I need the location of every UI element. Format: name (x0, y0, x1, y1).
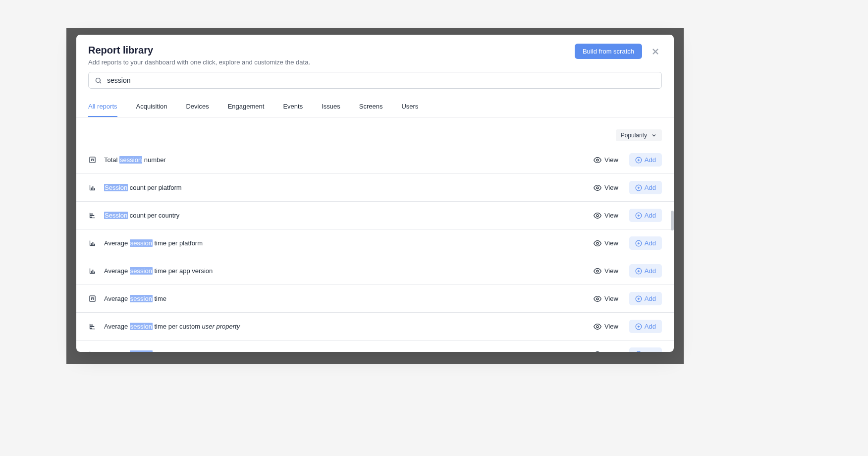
eye-icon (594, 212, 601, 220)
svg-point-14 (597, 187, 598, 189)
svg-rect-52 (90, 325, 93, 326)
report-row: Total session numberViewAdd (76, 146, 674, 174)
tab-engagement[interactable]: Engagement (228, 97, 265, 117)
view-label: View (604, 239, 618, 247)
view-label: View (604, 184, 618, 191)
view-label: View (604, 267, 618, 275)
plus-circle-icon (635, 351, 642, 352)
plus-circle-icon (635, 268, 642, 275)
plus-circle-icon (635, 184, 642, 191)
build-from-scratch-button[interactable]: Build from scratch (575, 44, 642, 59)
modal-title: Report library (88, 44, 575, 57)
plus-circle-icon (635, 240, 642, 247)
add-button[interactable]: Add (629, 264, 662, 278)
hbar-chart-icon (88, 323, 96, 331)
tab-screens[interactable]: Screens (359, 97, 383, 117)
svg-rect-38 (91, 271, 92, 274)
close-button[interactable] (649, 45, 662, 58)
close-icon (651, 47, 660, 56)
search-input[interactable] (107, 76, 655, 84)
view-button[interactable]: View (591, 154, 621, 166)
svg-point-32 (597, 242, 598, 244)
plus-circle-icon (635, 212, 642, 219)
add-button[interactable]: Add (629, 209, 662, 222)
search-icon (95, 77, 102, 84)
report-title: Average session time per platform (104, 239, 583, 247)
view-button[interactable]: View (591, 348, 621, 352)
bar-chart-icon (88, 267, 96, 275)
svg-point-65 (636, 351, 642, 352)
add-button[interactable]: Add (629, 347, 662, 352)
category-tabs: All reportsAcquisitionDevicesEngagementE… (76, 97, 674, 117)
view-label: View (604, 350, 618, 352)
report-title: Session count per country (104, 212, 583, 219)
view-button[interactable]: View (591, 321, 621, 333)
report-list[interactable]: Total session numberViewAddSession count… (76, 146, 674, 352)
report-row: Session count per countryViewAdd (76, 202, 674, 229)
search-box[interactable] (88, 72, 662, 89)
svg-line-3 (100, 82, 101, 83)
modal-header-text: Report library Add reports to your dashb… (88, 44, 575, 66)
view-label: View (604, 212, 618, 219)
tab-devices[interactable]: Devices (186, 97, 209, 117)
add-button[interactable]: Add (629, 181, 662, 194)
report-title: Average session time (104, 295, 583, 302)
number-chart-icon (88, 295, 96, 303)
svg-point-23 (597, 215, 598, 217)
view-button[interactable]: View (591, 265, 621, 277)
report-row: Average session timeViewAdd (76, 285, 674, 313)
eye-icon (594, 295, 601, 303)
add-button[interactable]: Add (629, 236, 662, 250)
svg-rect-54 (90, 328, 92, 329)
add-button[interactable]: Add (629, 292, 662, 305)
eye-icon (594, 156, 601, 164)
search-container (76, 72, 674, 97)
tab-acquisition[interactable]: Acquisition (136, 97, 167, 117)
view-label: View (604, 156, 618, 164)
add-label: Add (645, 184, 656, 191)
svg-rect-4 (89, 157, 95, 163)
report-row: Average session time per platformViewAdd (76, 229, 674, 257)
svg-point-55 (597, 326, 598, 328)
add-button[interactable]: Add (629, 320, 662, 333)
eye-icon (594, 350, 601, 352)
tab-all-reports[interactable]: All reports (88, 97, 117, 117)
svg-point-2 (96, 78, 101, 82)
report-library-modal: Report library Add reports to your dashb… (76, 35, 674, 352)
hbar-chart-icon (88, 350, 96, 352)
view-button[interactable]: View (591, 237, 621, 249)
view-button[interactable]: View (591, 210, 621, 222)
svg-rect-21 (90, 215, 94, 216)
scrollbar-thumb[interactable] (671, 211, 674, 230)
modal-subtitle: Add reports to your dashboard with one c… (88, 58, 575, 66)
add-label: Add (645, 239, 656, 247)
view-button[interactable]: View (591, 182, 621, 194)
view-label: View (604, 295, 618, 302)
add-label: Add (645, 350, 656, 352)
tab-users[interactable]: Users (401, 97, 418, 117)
report-row: Session count per platformViewAdd (76, 174, 674, 202)
add-label: Add (645, 295, 656, 302)
svg-rect-22 (90, 217, 92, 218)
tab-events[interactable]: Events (283, 97, 303, 117)
eye-icon (594, 184, 601, 192)
add-label: Add (645, 156, 656, 164)
svg-rect-53 (90, 326, 94, 327)
add-label: Add (645, 323, 656, 330)
eye-icon (594, 323, 601, 331)
report-row: Average session time per custom user pro… (76, 313, 674, 341)
tab-issues[interactable]: Issues (322, 97, 340, 117)
sort-dropdown[interactable]: Popularity (616, 129, 662, 141)
svg-rect-13 (94, 188, 95, 190)
report-row: Average session time per app versionView… (76, 257, 674, 285)
svg-point-46 (597, 298, 598, 300)
modal-header-actions: Build from scratch (575, 44, 662, 59)
sort-label: Popularity (621, 132, 647, 139)
report-title: Average session time per country (104, 350, 583, 352)
add-button[interactable]: Add (629, 153, 662, 167)
svg-rect-45 (89, 296, 95, 301)
eye-icon (594, 267, 601, 275)
view-button[interactable]: View (591, 293, 621, 305)
plus-circle-icon (635, 295, 642, 302)
plus-circle-icon (635, 157, 642, 164)
